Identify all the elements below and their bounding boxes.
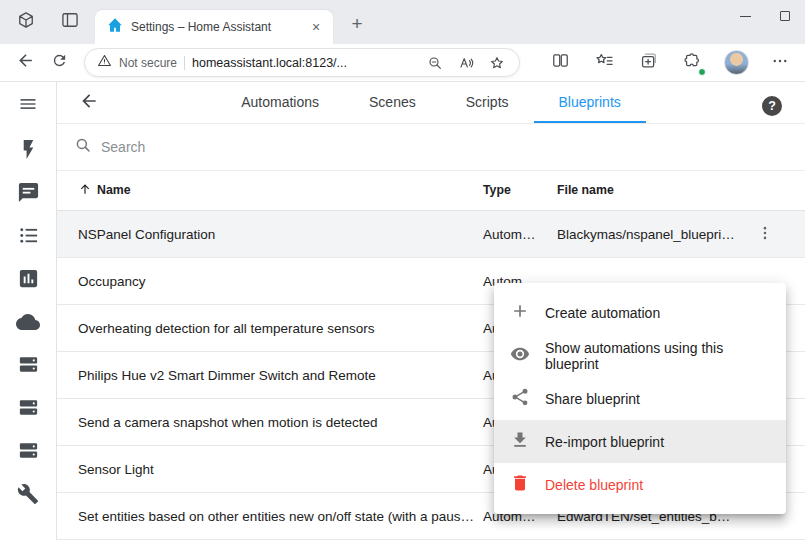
home-assistant-favicon-icon xyxy=(107,17,123,37)
tab-title: Settings – Home Assistant xyxy=(131,20,299,34)
table-header: Name Type File name xyxy=(57,171,805,211)
blueprint-context-menu: Create automation Show automations using… xyxy=(494,283,786,514)
row-name: Philips Hue v2 Smart Dimmer Switch and R… xyxy=(78,368,483,383)
sidebar-item-energy[interactable] xyxy=(0,130,56,173)
ha-sidebar xyxy=(0,82,57,540)
collections-button[interactable] xyxy=(631,48,665,78)
browser-tab-active[interactable]: Settings – Home Assistant × xyxy=(95,10,333,44)
sidebar-item-history[interactable] xyxy=(0,259,56,302)
server-rack-icon xyxy=(17,396,40,423)
help-button[interactable]: ? xyxy=(762,96,782,116)
lightning-bolt-icon xyxy=(17,138,40,165)
browser-toolbar: Not secure homeassistant.local:8123/... xyxy=(0,44,805,82)
browser-window: Settings – Home Assistant × + Not secure… xyxy=(0,0,805,540)
column-header-type[interactable]: Type xyxy=(483,183,557,197)
row-name: Overheating detection for all temperatur… xyxy=(78,321,483,336)
column-header-file[interactable]: File name xyxy=(557,183,745,197)
sidebar-item-server-2[interactable] xyxy=(0,388,56,431)
menu-item-reimport-blueprint[interactable]: Re-import blueprint xyxy=(494,420,786,463)
refresh-icon xyxy=(51,52,68,73)
menu-item-share-blueprint[interactable]: Share blueprint xyxy=(494,377,786,420)
trash-icon xyxy=(510,473,530,496)
column-header-name[interactable]: Name xyxy=(97,183,131,197)
ha-header: Automations Scenes Scripts Blueprints ? xyxy=(57,82,805,124)
toolbar-right-icons xyxy=(543,48,797,78)
row-name: Set entities based on other entities new… xyxy=(78,509,483,524)
tab-actions-button[interactable] xyxy=(56,8,84,36)
sidebar-item-server-1[interactable] xyxy=(0,345,56,388)
row-name: Occupancy xyxy=(78,274,483,289)
tab-automations[interactable]: Automations xyxy=(216,82,344,123)
sort-ascending-icon[interactable] xyxy=(78,182,92,199)
sidebar-item-logbook[interactable] xyxy=(0,216,56,259)
eye-icon xyxy=(510,344,530,367)
favorites-icon xyxy=(595,51,614,74)
row-name: Send a camera snapshot when motion is de… xyxy=(78,415,483,430)
maximize-icon xyxy=(780,11,790,21)
search-icon xyxy=(74,136,92,158)
collections-icon xyxy=(639,51,658,74)
vertical-tabs-icon xyxy=(60,10,80,34)
profile-avatar xyxy=(724,50,749,75)
extensions-button[interactable] xyxy=(675,48,709,78)
sidebar-item-developer-tools[interactable] xyxy=(0,474,56,517)
browser-settings-button[interactable] xyxy=(763,48,797,78)
menu-item-delete-blueprint[interactable]: Delete blueprint xyxy=(494,463,786,506)
bullet-list-icon xyxy=(17,224,40,251)
favorite-star-icon[interactable] xyxy=(485,51,509,75)
address-bar-divider xyxy=(184,56,185,70)
table-row[interactable]: NSPanel Configuration Autom… Blackymas/n… xyxy=(57,211,805,258)
sidebar-item-cloud[interactable] xyxy=(0,302,56,345)
back-arrow-icon xyxy=(16,51,35,74)
window-minimize-button[interactable] xyxy=(725,0,765,32)
window-maximize-button[interactable] xyxy=(765,0,805,32)
url-text[interactable]: homeassistant.local:8123/... xyxy=(192,56,416,70)
cloud-icon xyxy=(16,310,40,338)
tab-scripts[interactable]: Scripts xyxy=(441,82,534,123)
menu-item-show-automations[interactable]: Show automations using this blueprint xyxy=(494,334,786,377)
workspaces-button[interactable] xyxy=(12,8,40,36)
back-button[interactable] xyxy=(8,48,42,78)
bar-chart-icon xyxy=(17,267,40,294)
browser-tabstrip: Settings – Home Assistant × + xyxy=(0,0,805,44)
hamburger-icon xyxy=(18,94,38,118)
sidebar-menu-button[interactable] xyxy=(0,82,56,130)
split-screen-icon xyxy=(551,51,570,74)
read-aloud-icon[interactable] xyxy=(454,51,478,75)
favorites-button[interactable] xyxy=(587,48,621,78)
new-tab-button[interactable]: + xyxy=(344,10,370,36)
search-row xyxy=(57,124,805,171)
menu-item-create-automation[interactable]: Create automation xyxy=(494,291,786,334)
ha-tab-bar: Automations Scenes Scripts Blueprints xyxy=(57,82,805,123)
chat-bubble-icon xyxy=(17,181,40,208)
row-type: Autom… xyxy=(483,227,557,242)
row-file: Blackymas/nspanel_blueprin… xyxy=(557,227,745,242)
extensions-status-dot xyxy=(698,68,706,76)
row-overflow-menu-button[interactable] xyxy=(745,214,785,254)
tabstrip-left-icons xyxy=(12,0,84,44)
split-screen-button[interactable] xyxy=(543,48,577,78)
sidebar-item-assist[interactable] xyxy=(0,173,56,216)
zoom-out-icon[interactable] xyxy=(423,51,447,75)
tab-scenes[interactable]: Scenes xyxy=(344,82,441,123)
server-rack-icon xyxy=(17,353,40,380)
download-icon xyxy=(510,430,530,453)
kebab-icon xyxy=(756,224,774,245)
address-bar[interactable]: Not secure homeassistant.local:8123/... xyxy=(84,48,520,77)
profile-button[interactable] xyxy=(719,48,753,78)
tab-close-icon[interactable]: × xyxy=(307,18,325,36)
workspaces-icon xyxy=(16,10,36,34)
not-secure-warning-icon[interactable] xyxy=(97,53,112,72)
minimize-icon xyxy=(740,16,751,17)
window-controls xyxy=(725,0,805,32)
search-input[interactable] xyxy=(101,139,805,155)
security-label[interactable]: Not secure xyxy=(119,56,177,70)
refresh-button[interactable] xyxy=(42,48,76,78)
share-icon xyxy=(510,387,530,410)
home-assistant-app: Automations Scenes Scripts Blueprints ? … xyxy=(0,82,805,540)
plus-icon xyxy=(510,301,530,324)
tab-blueprints[interactable]: Blueprints xyxy=(534,82,646,123)
wrench-icon xyxy=(17,483,39,509)
more-menu-icon xyxy=(771,52,789,74)
sidebar-item-server-3[interactable] xyxy=(0,431,56,474)
